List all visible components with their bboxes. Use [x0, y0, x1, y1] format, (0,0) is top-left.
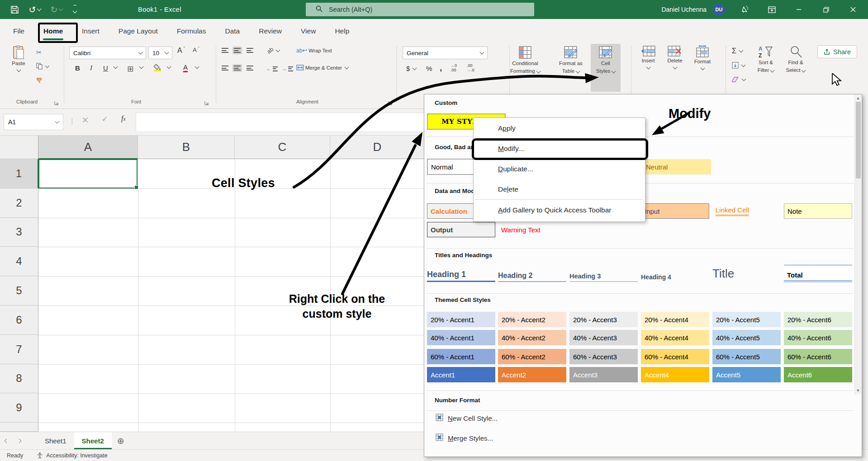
ribbon-tab-file[interactable]: File [4, 19, 34, 43]
sheet-tab-sheet2[interactable]: Sheet2 [74, 432, 112, 449]
column-header-a[interactable]: A [38, 136, 138, 159]
comma-style-button[interactable]: , [440, 63, 442, 73]
cancel-entry-icon[interactable] [82, 117, 88, 125]
save-icon[interactable] [6, 0, 23, 19]
ribbon-tab-view[interactable]: View [291, 19, 325, 43]
paste-button[interactable]: Paste [6, 45, 31, 71]
new-sheet-button[interactable]: ⊕ [112, 432, 130, 449]
panel-scrollbar[interactable]: ▲ ▼ [854, 94, 861, 394]
menu-item-duplicate[interactable]: Duplicate... [474, 159, 645, 179]
merge-center-button[interactable]: Merge & Center [296, 65, 348, 71]
fill-button[interactable] [732, 62, 745, 69]
row-header-partial[interactable] [0, 423, 38, 432]
percent-style-button[interactable]: % [426, 65, 432, 72]
sheet-nav-left-icon[interactable] [0, 432, 13, 449]
avatar[interactable]: DU [713, 4, 725, 16]
style-heading-3[interactable]: Heading 3 [569, 265, 638, 282]
style-40---accent6[interactable]: 40% - Accent6 [784, 330, 852, 345]
redo-button[interactable]: ↻ [47, 0, 66, 19]
scroll-down-icon[interactable]: ▼ [856, 388, 860, 393]
style-40---accent3[interactable]: 40% - Accent3 [569, 330, 638, 345]
scroll-up-icon[interactable]: ▲ [856, 96, 860, 100]
style-accent1[interactable]: Accent1 [427, 367, 495, 382]
orientation-button[interactable]: ab [267, 47, 280, 54]
style-note[interactable]: Note [784, 203, 852, 219]
clipboard-dialog-launcher-icon[interactable] [54, 99, 60, 104]
ribbon-tab-review[interactable]: Review [249, 19, 291, 43]
minimize-button[interactable] [791, 0, 806, 19]
find-select-button[interactable]: Find & Select [782, 45, 810, 74]
bold-button[interactable]: B [75, 64, 80, 72]
new-cell-style-button[interactable]: New Cell Style... [436, 414, 498, 423]
menu-item-addgallerytoquickaccesstoolbar[interactable]: Add Gallery to Quick Access Toolbar [474, 200, 645, 220]
ribbon-display-options-icon[interactable] [764, 0, 779, 19]
style-60---accent2[interactable]: 60% - Accent2 [498, 349, 566, 364]
decrease-decimal-button[interactable]: .00→.0 [467, 64, 474, 73]
selected-cell-a1[interactable] [38, 159, 138, 188]
middle-align-button[interactable] [232, 47, 242, 54]
style-accent4[interactable]: Accent4 [641, 367, 709, 382]
fill-color-dropdown[interactable] [166, 66, 171, 68]
menu-item-delete[interactable]: Delete [474, 179, 645, 199]
row-header-2[interactable]: 2 [0, 188, 38, 218]
style-60---accent5[interactable]: 60% - Accent5 [712, 349, 781, 364]
style-60---accent4[interactable]: 60% - Accent4 [641, 349, 709, 364]
style-40---accent2[interactable]: 40% - Accent2 [498, 330, 566, 345]
sheet-nav-right-icon[interactable] [13, 432, 25, 449]
select-all-corner[interactable] [0, 136, 38, 159]
align-right-button[interactable] [247, 66, 253, 71]
borders-dropdown[interactable] [138, 66, 143, 68]
font-name-select[interactable]: Calibri [69, 47, 146, 59]
underline-button[interactable]: U [103, 64, 108, 72]
font-size-select[interactable]: 10 [148, 47, 172, 59]
worksheet-scrollbar[interactable] [862, 94, 868, 449]
row-header-8[interactable]: 8 [0, 364, 38, 394]
announcement-icon[interactable] [737, 0, 752, 19]
style-60---accent6[interactable]: 60% - Accent6 [784, 349, 852, 364]
font-dialog-launcher-icon[interactable] [204, 99, 210, 104]
alignment-dialog-launcher-icon[interactable] [388, 99, 394, 104]
style-40---accent4[interactable]: 40% - Accent4 [641, 330, 709, 345]
style-60---accent1[interactable]: 60% - Accent1 [427, 349, 495, 364]
style-accent3[interactable]: Accent3 [569, 367, 638, 382]
style-20---accent4[interactable]: 20% - Accent4 [641, 312, 709, 327]
search-input[interactable]: Search (Alt+Q) [306, 3, 534, 16]
ribbon-tab-home[interactable]: Home [34, 19, 72, 43]
insert-cells-button[interactable]: Insert [636, 45, 661, 69]
ribbon-tab-formulas[interactable]: Formulas [167, 19, 216, 43]
ribbon-tab-page-layout[interactable]: Page Layout [109, 19, 167, 43]
conditional-formatting-button[interactable]: Conditional Formatting [501, 45, 549, 75]
restore-button[interactable] [818, 0, 834, 19]
top-align-button[interactable] [222, 48, 228, 53]
cut-button[interactable]: ✂ [36, 48, 48, 56]
style-20---accent5[interactable]: 20% - Accent5 [712, 312, 781, 327]
close-button[interactable] [845, 0, 861, 19]
decrease-indent-button[interactable]: ← [266, 66, 278, 72]
autosum-button[interactable]: Σ [732, 47, 743, 55]
copy-button[interactable] [36, 63, 49, 70]
style-warning-text[interactable]: Warning Text [498, 222, 566, 237]
italic-button[interactable]: I [90, 64, 92, 72]
increase-font-size-button[interactable]: Aˆ [177, 47, 185, 55]
wrap-text-button[interactable]: ab↩Wrap Text [296, 47, 332, 54]
accessibility-status[interactable]: Accessibility: Investigate [37, 452, 107, 459]
customize-qat-icon[interactable] [69, 0, 81, 19]
row-header-6[interactable]: 6 [0, 306, 38, 335]
undo-button[interactable]: ↺ [25, 0, 44, 19]
style-accent2[interactable]: Accent2 [498, 367, 566, 382]
format-painter-button[interactable] [36, 77, 43, 84]
accounting-format-button[interactable]: $ [406, 65, 416, 72]
style-accent6[interactable]: Accent6 [784, 367, 852, 382]
column-header-c[interactable]: C [235, 136, 330, 159]
merge-styles-button[interactable]: Merge Styles... [436, 433, 493, 442]
row-header-9[interactable]: 9 [0, 393, 38, 423]
underline-dropdown[interactable] [112, 66, 117, 68]
style-20---accent6[interactable]: 20% - Accent6 [784, 312, 852, 327]
style-40---accent1[interactable]: 40% - Accent1 [427, 330, 495, 345]
font-color-dropdown[interactable] [194, 66, 199, 68]
confirm-entry-icon[interactable]: ✓ [102, 115, 108, 123]
sort-filter-button[interactable]: AZ Sort & Filter [752, 45, 780, 74]
fill-color-button[interactable] [154, 64, 161, 70]
column-header-d[interactable]: D [330, 136, 425, 159]
style-20---accent2[interactable]: 20% - Accent2 [498, 312, 566, 327]
